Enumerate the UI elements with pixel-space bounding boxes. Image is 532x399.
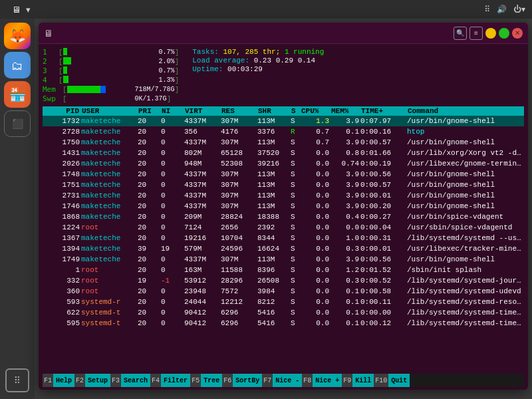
table-row[interactable]: 332 root 19 -1 53912 28296 26508 S 0.0 0… bbox=[43, 275, 524, 286]
res: 4176 bbox=[220, 128, 257, 136]
pid: 1367 bbox=[44, 234, 80, 242]
table-row[interactable]: 2728 maketeche 20 0 356 4176 3376 R 0.7 … bbox=[43, 126, 524, 137]
dock-files[interactable]: 🗂 bbox=[4, 52, 31, 78]
virt: 4337M bbox=[184, 117, 220, 125]
stats-section: 1 [ 0.7% ] 2 [ bbox=[43, 47, 524, 105]
shr: 8396 bbox=[257, 266, 290, 274]
cpu: 0.0 bbox=[300, 245, 330, 253]
fn-key-nice +[interactable]: F8 Nice + bbox=[302, 374, 342, 387]
pri: 20 bbox=[137, 170, 160, 178]
system-info: Tasks: 107, 285 thr; 1 running Load aver… bbox=[192, 48, 524, 104]
cmd: /lib/systemd/systemd-timesy bbox=[406, 319, 523, 327]
table-row[interactable]: 1732 maketeche 20 0 4337M 307M 113M S 1.… bbox=[43, 116, 524, 126]
fn-key-setup[interactable]: F2 Setup bbox=[74, 374, 110, 387]
dock-software[interactable]: 🏪 bbox=[4, 81, 31, 108]
dock-firefox[interactable]: 🦊 bbox=[4, 23, 31, 49]
network-icon[interactable]: ⠿ bbox=[484, 5, 490, 14]
fn-key-kill[interactable]: F9 Kill bbox=[342, 374, 374, 387]
table-header: PID USER PRI NI VIRT RES SHR S CPU% MEM%… bbox=[43, 106, 524, 116]
cpu: 0.0 bbox=[300, 160, 330, 168]
ni: 0 bbox=[160, 202, 184, 210]
title-buttons: 🔍 ≡ ✕ bbox=[454, 27, 523, 40]
cpu3-row: 3 [ 0.7% ] bbox=[43, 66, 179, 75]
table-row[interactable]: 1367 maketeche 20 0 19216 10704 8344 S 0… bbox=[43, 233, 524, 243]
pri: 20 bbox=[137, 255, 160, 263]
cpu: 0.0 bbox=[300, 170, 330, 178]
virt: 4337M bbox=[184, 255, 220, 263]
shr: 113M bbox=[257, 202, 290, 210]
user: maketeche bbox=[80, 117, 137, 125]
fn-key-quit[interactable]: F10 Quit bbox=[374, 374, 410, 387]
dock-show-apps[interactable]: ⠿ bbox=[5, 368, 29, 392]
pid: 1746 bbox=[44, 202, 80, 210]
state: S bbox=[290, 287, 300, 295]
mem: 3.9 bbox=[330, 255, 360, 263]
menu-button[interactable]: ≡ bbox=[469, 27, 483, 40]
shr: 113M bbox=[257, 170, 290, 178]
table-row[interactable]: 1868 maketeche 20 0 209M 28824 18388 S 0… bbox=[43, 211, 524, 222]
fn-num: F10 bbox=[374, 374, 388, 387]
fn-key-sortby[interactable]: F6 SortBy bbox=[222, 374, 262, 387]
fn-num: F7 bbox=[262, 374, 273, 387]
function-bar: F1 Help F2 Setup F3 Search F4 Filter F5 … bbox=[43, 374, 524, 387]
cmd: /usr/bin/gnome-shell bbox=[406, 181, 523, 189]
close-button[interactable]: ✕ bbox=[512, 28, 523, 39]
table-row[interactable]: 1746 maketeche 20 0 4337M 307M 113M S 0.… bbox=[43, 201, 524, 211]
mem: 3.9 bbox=[330, 117, 360, 125]
load-line: Load average: 0.23 0.29 0.14 bbox=[192, 57, 524, 65]
mem: 1.0 bbox=[330, 234, 360, 242]
pid: 622 bbox=[44, 309, 80, 317]
time: 0:00.52 bbox=[360, 277, 406, 285]
table-row[interactable]: 1750 maketeche 20 0 4337M 307M 113M S 0.… bbox=[43, 137, 524, 148]
search-button[interactable]: 🔍 bbox=[454, 27, 467, 40]
mem: 0.74 bbox=[330, 160, 360, 168]
table-row[interactable]: 1749 maketeche 20 0 4337M 307M 113M S 0.… bbox=[43, 254, 524, 265]
pri: 39 bbox=[137, 245, 160, 253]
table-row[interactable]: 1 root 20 0 163M 11588 8396 S 0.0 1.2 0:… bbox=[43, 265, 524, 275]
pid: 2026 bbox=[44, 160, 80, 168]
user: maketeche bbox=[80, 170, 137, 178]
dock-terminal[interactable]: ⬛ bbox=[4, 110, 31, 137]
table-row[interactable]: 1751 maketeche 20 0 4337M 307M 113M S 0.… bbox=[43, 180, 524, 190]
minimize-button[interactable] bbox=[485, 28, 496, 39]
pid: 1868 bbox=[44, 213, 80, 221]
table-row[interactable]: 1224 root 20 0 7124 2656 2392 S 0.0 0.0 … bbox=[43, 222, 524, 233]
power-icon[interactable]: ⏻▾ bbox=[513, 5, 525, 14]
table-row[interactable]: 593 systemd-r 20 0 24044 12212 8212 S 0.… bbox=[43, 297, 524, 307]
col-res-header: RES bbox=[220, 107, 257, 115]
dock: 🦊 🗂 🏪 ⬛ ⠿ bbox=[0, 19, 35, 399]
time: 0:00.11 bbox=[360, 298, 406, 306]
uptime-line: Uptime: 00:03:29 bbox=[192, 65, 524, 73]
cmd: /usr/lib/xorg/Xorg vt2 -dis bbox=[406, 149, 523, 157]
cpu: 0.0 bbox=[300, 255, 330, 263]
cmd: htop bbox=[406, 128, 523, 136]
virt: 356 bbox=[184, 128, 220, 136]
fn-key-tree[interactable]: F5 Tree bbox=[190, 374, 222, 387]
table-row[interactable]: 360 root 20 0 23948 7572 3984 S 0.0 0.1 … bbox=[43, 286, 524, 297]
pid: 360 bbox=[44, 287, 80, 295]
ni: 0 bbox=[160, 213, 184, 221]
maximize-button[interactable] bbox=[499, 28, 509, 39]
top-bar-left: 🖥 ▾ bbox=[7, 5, 31, 15]
res: 307M bbox=[220, 202, 257, 210]
terminal-body[interactable]: 1 [ 0.7% ] 2 [ bbox=[39, 44, 528, 390]
table-row[interactable]: 1431 maketeche 20 0 802M 65128 37520 S 0… bbox=[43, 148, 524, 158]
fn-key-nice -[interactable]: F7 Nice - bbox=[262, 374, 302, 387]
table-row[interactable]: 1394 maketeche 39 19 579M 24596 16624 S … bbox=[43, 243, 524, 254]
table-row[interactable]: 622 systemd-t 20 0 90412 6296 5416 S 0.0… bbox=[43, 307, 524, 318]
fn-key-filter[interactable]: F4 Filter bbox=[150, 374, 190, 387]
pid: 1732 bbox=[44, 117, 80, 125]
mem: 0.1 bbox=[330, 128, 360, 136]
fn-num: F2 bbox=[74, 374, 85, 387]
table-row[interactable]: 595 systemd-t 20 0 90412 6296 5416 S 0.0… bbox=[43, 318, 524, 329]
virt: 209M bbox=[184, 213, 220, 221]
volume-icon[interactable]: 🔊 bbox=[497, 5, 507, 14]
shr: 2392 bbox=[257, 223, 290, 231]
table-row[interactable]: 2731 maketeche 20 0 4337M 307M 113M S 0.… bbox=[43, 190, 524, 201]
fn-key-help[interactable]: F1 Help bbox=[43, 374, 74, 387]
table-row[interactable]: 1748 maketeche 20 0 4337M 307M 113M S 0.… bbox=[43, 169, 524, 180]
mem: 3.9 bbox=[330, 138, 360, 146]
time: 0:00.01 bbox=[360, 245, 406, 253]
fn-key-search[interactable]: F3 Search bbox=[110, 374, 150, 387]
table-row[interactable]: 2026 maketeche 20 0 948M 52308 39216 S 0… bbox=[43, 158, 524, 169]
